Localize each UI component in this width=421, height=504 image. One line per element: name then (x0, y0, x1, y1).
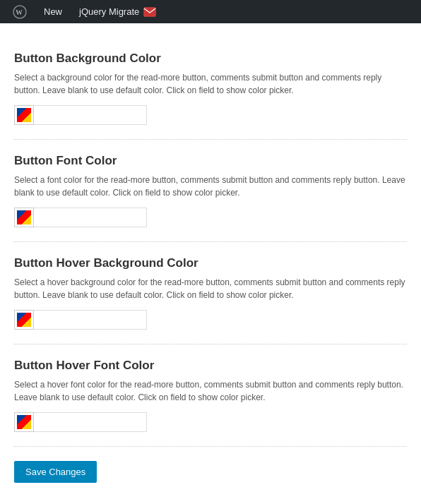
section-title-3: Button Hover Font Color (14, 359, 407, 373)
color-swatch-1[interactable] (14, 208, 34, 227)
color-input-row-3 (14, 412, 407, 432)
color-swatch-inner-3 (17, 415, 31, 429)
color-swatch-inner-2 (17, 313, 31, 327)
admin-bar-jquery[interactable]: jQuery Migrate (72, 0, 163, 23)
admin-bar: W New jQuery Migrate (0, 0, 421, 23)
admin-bar-new-label: New (44, 6, 62, 17)
section-button-bg-color: Button Background Color Select a backgro… (14, 37, 407, 140)
section-title-0: Button Background Color (14, 52, 407, 66)
color-text-input-0[interactable] (34, 105, 147, 125)
main-content: Button Background Color Select a backgro… (0, 23, 421, 504)
color-text-input-1[interactable] (34, 208, 147, 227)
section-button-hover-font-color: Button Hover Font Color Select a hover f… (14, 344, 407, 447)
section-desc-0: Select a background color for the read-m… (14, 71, 407, 97)
color-swatch-3[interactable] (14, 412, 34, 432)
color-input-row-1 (14, 208, 407, 227)
admin-bar-logo[interactable]: W (6, 0, 34, 23)
section-title-1: Button Font Color (14, 154, 407, 168)
color-text-input-3[interactable] (34, 412, 147, 432)
admin-bar-new[interactable]: New (37, 0, 69, 23)
admin-bar-jquery-label: jQuery Migrate (79, 6, 139, 17)
color-swatch-inner-1 (17, 210, 31, 224)
color-text-input-2[interactable] (34, 310, 147, 330)
color-swatch-inner-0 (17, 108, 31, 122)
section-desc-1: Select a font color for the read-more bu… (14, 174, 407, 199)
color-input-row-2 (14, 310, 407, 330)
save-section: Save Changes (14, 447, 407, 490)
section-desc-3: Select a hover font color for the read-m… (14, 378, 407, 404)
color-swatch-2[interactable] (14, 310, 34, 330)
section-button-font-color: Button Font Color Select a font color fo… (14, 140, 407, 242)
svg-text:W: W (16, 8, 23, 16)
color-swatch-0[interactable] (14, 105, 34, 125)
section-desc-2: Select a hover background color for the … (14, 276, 407, 301)
section-button-hover-bg-color: Button Hover Background Color Select a h… (14, 242, 407, 344)
wordpress-icon: W (13, 5, 27, 19)
mail-icon (143, 7, 156, 17)
section-title-2: Button Hover Background Color (14, 256, 407, 270)
color-input-row-0 (14, 105, 407, 125)
svg-rect-2 (144, 8, 155, 16)
save-button[interactable]: Save Changes (14, 461, 97, 483)
